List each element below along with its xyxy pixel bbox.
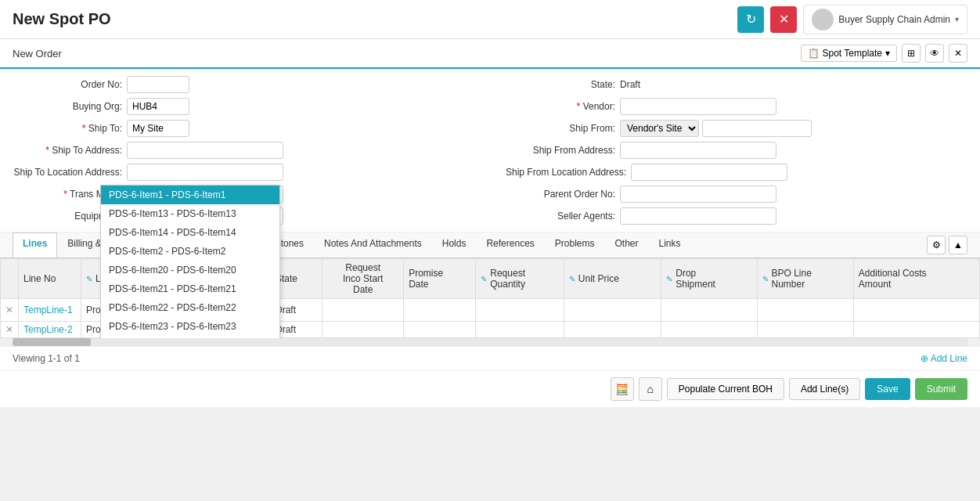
autocomplete-dropdown: PDS-6-Item1 - PDS-6-Item1 PDS-6-Item13 -…: [100, 185, 280, 338]
footer: Viewing 1-1 of 1 ⊕ Add Line: [0, 346, 980, 370]
delete-cell[interactable]: ✕: [1, 322, 19, 338]
edit-icon-unitprice: ✎: [569, 275, 575, 283]
edit-icon-drop: ✎: [666, 275, 672, 283]
app-header: New Spot PO ↻ ✕ Buyer Supply Chain Admin…: [0, 0, 980, 39]
add-line-footer-button[interactable]: ⊕ Add Line: [921, 353, 967, 364]
autocomplete-item[interactable]: PDS-6-Item23 - PDS-6-Item23: [101, 317, 279, 336]
spot-template-label: Spot Template: [823, 48, 883, 59]
bpo_line-cell: [757, 299, 853, 322]
ship-to-location-input[interactable]: [127, 164, 283, 181]
ship-from-location-label: Ship From Location Address:: [506, 167, 626, 178]
drop-cell: [661, 299, 757, 322]
chevron-down-icon[interactable]: ▾: [955, 15, 959, 23]
state-label: State:: [506, 79, 615, 90]
promise-cell: [404, 299, 476, 322]
col-delete-header: [1, 259, 19, 299]
grid-icon-button[interactable]: ⊞: [902, 44, 921, 63]
ship-to-location-row: Ship To Location Address:: [13, 163, 474, 182]
col-promise-header: PromiseDate: [404, 259, 476, 299]
order-no-label: Order No:: [13, 79, 122, 90]
eye-icon-button[interactable]: 👁: [925, 44, 944, 63]
tab-references[interactable]: References: [476, 232, 544, 258]
edit-icon-bpo: ✎: [762, 275, 769, 283]
ship-from-address-label: Ship From Address:: [506, 145, 615, 156]
scrollbar-thumb[interactable]: [13, 338, 91, 346]
req_qty-cell: [476, 299, 564, 322]
home-button[interactable]: ⌂: [639, 377, 662, 401]
autocomplete-item[interactable]: PDS-6-Item21 - PDS-6-Item21: [101, 279, 279, 298]
add-lines-button[interactable]: Add Line(s): [789, 378, 860, 400]
tab-settings-icon[interactable]: ⚙: [927, 236, 946, 254]
seller-agents-row: Seller Agents:: [506, 207, 967, 225]
parent-order-input[interactable]: [620, 186, 776, 203]
tab-collapse-icon[interactable]: ▲: [949, 236, 967, 254]
autocomplete-item[interactable]: PDS-6-Item13 - PDS-6-Item13: [101, 204, 279, 223]
col-lineno-header: Line No: [19, 259, 81, 299]
edit-icon: ✎: [86, 275, 92, 283]
seller-agents-label: Seller Agents:: [506, 211, 615, 222]
refresh-button[interactable]: ↻: [737, 6, 764, 33]
vendor-label: Vendor:: [506, 101, 615, 112]
ship-from-location-input[interactable]: [631, 164, 787, 181]
ship-to-address-input[interactable]: [127, 142, 283, 159]
ship-to-address-row: Ship To Address:: [13, 141, 474, 160]
user-name: Buyer Supply Chain Admin: [838, 14, 950, 25]
close-icon-button[interactable]: ✕: [949, 44, 967, 63]
col-drop-header: ✎ DropShipment: [661, 259, 757, 299]
chevron-down-icon: ▾: [885, 48, 890, 59]
parent-order-row: Parent Order No:: [506, 185, 967, 204]
addcost-cell: [853, 299, 979, 322]
state-value: Draft: [620, 79, 640, 90]
lineno-cell[interactable]: TempLine-1: [19, 299, 81, 322]
main-content: Order No: Buying Org: Ship To: Ship To A…: [0, 69, 980, 338]
col-inco-header: RequestInco StartDate: [322, 259, 404, 299]
ship-to-location-label: Ship To Location Address:: [13, 167, 122, 178]
ship-from-dropdown[interactable]: Vendor's Site: [620, 120, 699, 137]
tab-other[interactable]: Other: [605, 232, 649, 258]
autocomplete-item[interactable]: PDS-6-Item50 - PDS-6-Item50: [101, 336, 279, 338]
populate-boh-button[interactable]: Populate Current BOH: [667, 378, 784, 400]
inco_start-cell: [322, 322, 404, 338]
save-button[interactable]: Save: [865, 378, 910, 400]
parent-order-label: Parent Order No:: [506, 189, 615, 200]
close-button[interactable]: ✕: [770, 6, 797, 33]
form-right: State: Draft Vendor: Ship From: Vendor's…: [506, 75, 967, 225]
ship-from-input[interactable]: [702, 120, 812, 137]
autocomplete-item[interactable]: PDS-6-Item14 - PDS-6-Item14: [101, 223, 279, 242]
delete-cell[interactable]: ✕: [1, 299, 19, 322]
unit_price-cell: [564, 322, 661, 338]
page-title: New Spot PO: [13, 10, 111, 28]
spot-template-button[interactable]: 📋 Spot Template ▾: [801, 45, 898, 62]
tab-notes-attachments[interactable]: Notes And Attachments: [314, 232, 432, 258]
col-addcost-header: Additional CostsAmount: [853, 259, 979, 299]
ship-to-input[interactable]: [127, 120, 189, 137]
buying-org-input[interactable]: [127, 98, 189, 115]
autocomplete-item[interactable]: PDS-6-Item20 - PDS-6-Item20: [101, 261, 279, 279]
calculator-button[interactable]: 🧮: [611, 377, 634, 401]
tab-lines[interactable]: Lines: [13, 232, 57, 258]
autocomplete-item[interactable]: PDS-6-Item2 - PDS-6-Item2: [101, 242, 279, 261]
ship-from-address-row: Ship From Address:: [506, 141, 967, 160]
ship-from-location-row: Ship From Location Address:: [506, 163, 967, 182]
ship-from-select: Vendor's Site: [620, 120, 812, 137]
tab-links[interactable]: Links: [649, 232, 691, 258]
seller-agents-input[interactable]: [620, 207, 776, 225]
tab-problems[interactable]: Problems: [545, 232, 605, 258]
header-actions: ↻ ✕ Buyer Supply Chain Admin ▾: [737, 5, 967, 34]
lineno-cell[interactable]: TempLine-2: [19, 322, 81, 338]
avatar: [812, 9, 834, 31]
autocomplete-item[interactable]: PDS-6-Item22 - PDS-6-Item22: [101, 298, 279, 317]
ship-to-row: Ship To:: [13, 119, 474, 138]
tab-icons: ⚙ ▲: [927, 232, 967, 258]
unit_price-cell: [564, 299, 661, 322]
drop-cell: [661, 322, 757, 338]
autocomplete-item[interactable]: PDS-6-Item1 - PDS-6-Item1: [101, 186, 279, 204]
col-unitprice-header: ✎ Unit Price: [564, 259, 661, 299]
tab-holds[interactable]: Holds: [432, 232, 477, 258]
order-no-input[interactable]: [127, 76, 189, 93]
submit-button[interactable]: Submit: [915, 378, 967, 400]
vendor-input[interactable]: [620, 98, 776, 115]
ship-from-address-input[interactable]: [620, 142, 776, 159]
horizontal-scrollbar[interactable]: [13, 338, 967, 346]
order-no-row: Order No:: [13, 75, 474, 94]
